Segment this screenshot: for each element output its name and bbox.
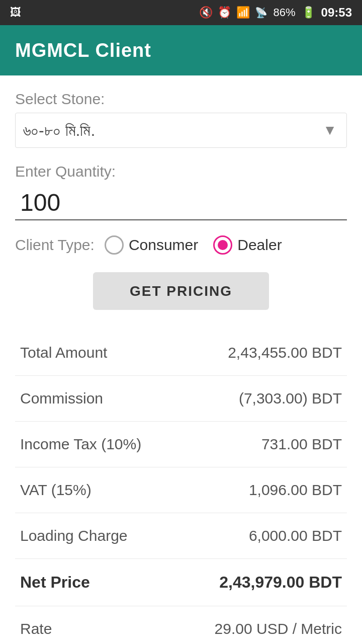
rate-row: Rate 29.00 USD / Metric	[15, 606, 347, 644]
commission-row: Commission (7,303.00) BDT	[15, 376, 347, 422]
radio-consumer-label: Consumer	[129, 236, 198, 254]
get-pricing-button[interactable]: GET PRICING	[93, 272, 269, 310]
total-amount-row: Total Amount 2,43,455.00 BDT	[15, 330, 347, 376]
select-stone-display[interactable]: ৬০-৮০ মি.মি.	[15, 113, 347, 148]
income-tax-label: Income Tax (10%)	[20, 436, 141, 453]
radio-consumer[interactable]: Consumer	[105, 235, 198, 255]
radio-dealer-label: Dealer	[237, 236, 282, 254]
mute-icon: 🔇	[199, 6, 213, 19]
rate-label: Rate	[20, 620, 52, 637]
signal-icon: 📡	[255, 7, 267, 19]
select-stone-label: Select Stone:	[15, 91, 347, 108]
total-amount-label: Total Amount	[20, 344, 107, 361]
income-tax-value: 731.00 BDT	[261, 436, 342, 453]
commission-value: (7,303.00) BDT	[239, 390, 342, 407]
content-area: Select Stone: ৬০-৮০ মি.মি. ▼ Enter Quant…	[0, 75, 362, 644]
vat-label: VAT (15%)	[20, 481, 92, 499]
app-title: MGMCL Client	[15, 40, 151, 61]
status-bar-left: 🖼	[10, 6, 21, 19]
client-type-row: Client Type: Consumer Dealer	[15, 235, 347, 255]
select-stone-wrapper[interactable]: ৬০-৮০ মি.মি. ▼	[15, 113, 347, 148]
commission-label: Commission	[20, 390, 103, 407]
income-tax-row: Income Tax (10%) 731.00 BDT	[15, 422, 347, 467]
rate-value: 29.00 USD / Metric	[215, 620, 342, 637]
net-price-row: Net Price 2,43,979.00 BDT	[15, 559, 347, 606]
net-price-label: Net Price	[20, 573, 90, 592]
selected-stone-text: ৬০-৮০ মি.মি.	[23, 121, 95, 140]
status-time: 09:53	[321, 6, 352, 20]
net-price-value: 2,43,979.00 BDT	[219, 573, 342, 592]
pricing-results: Total Amount 2,43,455.00 BDT Commission …	[15, 330, 347, 644]
quantity-label: Enter Quantity:	[15, 163, 347, 180]
loading-charge-value: 6,000.00 BDT	[249, 527, 342, 544]
radio-dealer-circle	[213, 235, 232, 255]
loading-charge-row: Loading Charge 6,000.00 BDT	[15, 513, 347, 559]
client-type-label: Client Type:	[15, 236, 95, 254]
alarm-icon: ⏰	[218, 6, 231, 19]
app-bar: MGMCL Client	[0, 25, 362, 75]
radio-consumer-circle	[105, 235, 124, 255]
quantity-input[interactable]	[15, 185, 347, 220]
status-bar: 🖼 🔇 ⏰ 📶 📡 86% 🔋 09:53	[0, 0, 362, 25]
total-amount-value: 2,43,455.00 BDT	[228, 344, 342, 361]
radio-dealer[interactable]: Dealer	[213, 235, 282, 255]
vat-value: 1,096.00 BDT	[249, 481, 342, 499]
battery-icon: 🔋	[302, 6, 315, 19]
battery-percentage: 86%	[274, 6, 296, 19]
wifi-icon: 📶	[236, 6, 250, 19]
status-icons: 🔇 ⏰ 📶 📡	[199, 6, 267, 19]
vat-row: VAT (15%) 1,096.00 BDT	[15, 467, 347, 513]
client-type-radio-group: Consumer Dealer	[105, 235, 282, 255]
image-icon: 🖼	[10, 6, 21, 19]
loading-charge-label: Loading Charge	[20, 527, 128, 544]
